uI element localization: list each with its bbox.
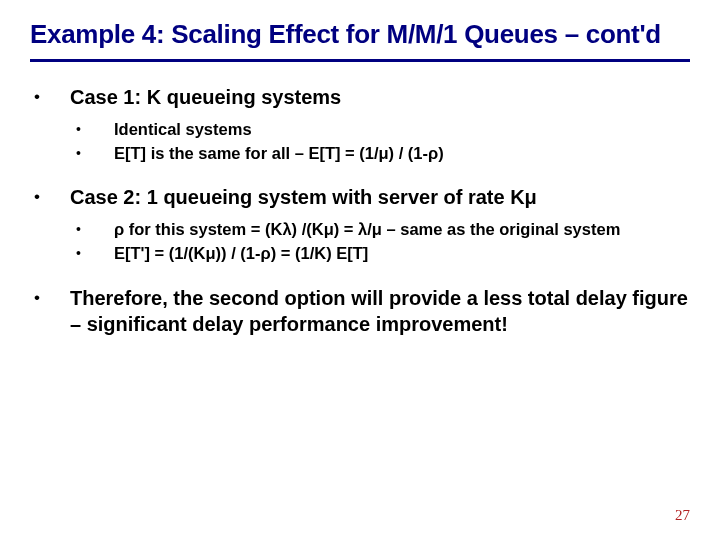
bullet-icon: • [70, 242, 114, 264]
case2-sub2: E[T'] = (1/(Kμ)) / (1-ρ) = (1/K) E[T] [114, 242, 690, 264]
case1-heading: Case 1: K queueing systems [70, 84, 690, 110]
bullet-icon: • [70, 142, 114, 164]
bullet-icon: • [34, 285, 70, 337]
conclusion-text: Therefore, the second option will provid… [70, 285, 690, 337]
bullet-icon: • [70, 218, 114, 240]
page-number: 27 [675, 507, 690, 524]
bullet-icon: • [70, 118, 114, 140]
case2-sub1: ρ for this system = (Kλ) /(Kμ) = λ/μ – s… [114, 218, 690, 240]
case1-sub2: E[T] is the same for all – E[T] = (1/μ) … [114, 142, 690, 164]
title-underline [30, 59, 690, 62]
case1-sub1: Identical systems [114, 118, 690, 140]
bullet-icon: • [34, 84, 70, 179]
case2-heading: Case 2: 1 queueing system with server of… [70, 184, 690, 210]
bullet-icon: • [34, 184, 70, 279]
slide-title: Example 4: Scaling Effect for M/M/1 Queu… [30, 18, 690, 51]
slide-content: • Case 1: K queueing systems • Identical… [30, 84, 690, 337]
